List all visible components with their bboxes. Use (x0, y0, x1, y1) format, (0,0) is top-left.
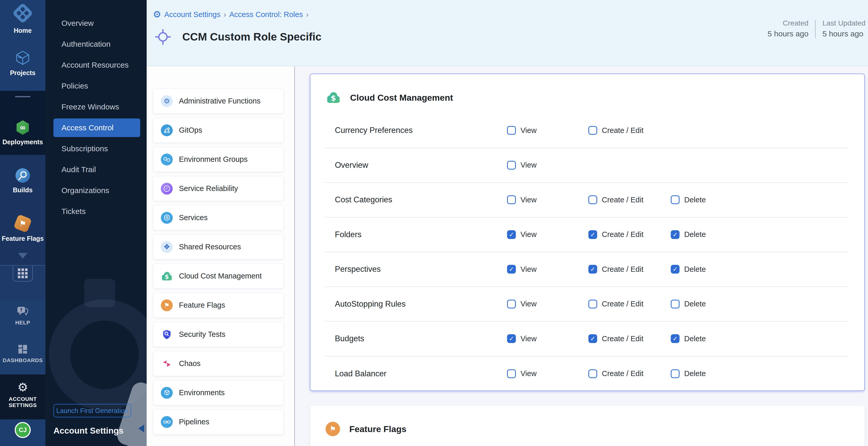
create-edit-checkbox[interactable]: ✓ (588, 369, 597, 378)
delete-checkbox[interactable]: ✓ (671, 230, 680, 239)
sidebar-item-overview[interactable]: Overview (54, 14, 140, 33)
rail-dashboards[interactable]: DASHBOARDS (0, 344, 45, 363)
sidebar-item-freeze-windows[interactable]: Freeze Windows (54, 98, 140, 116)
sidebar-collapse-button[interactable] (138, 424, 144, 432)
resource-name: Perspectives (335, 264, 507, 274)
delete-checkbox[interactable]: ✓ (671, 369, 680, 378)
view-checkbox[interactable]: ✓ (507, 195, 516, 204)
svg-text:?: ? (20, 308, 23, 313)
rail-module-projects[interactable]: Projects (0, 49, 45, 77)
rail-module-home[interactable]: Home (0, 3, 45, 34)
rail-module-builds[interactable]: Builds (0, 167, 45, 194)
view-checkbox[interactable]: ✓ (507, 126, 516, 135)
permission-row-budgets: Budgets ✓View ✓Create / Edit ✓Delete (325, 322, 849, 356)
breadcrumb-account-settings[interactable]: Account Settings (164, 10, 220, 19)
view-checkbox[interactable]: ✓ (507, 300, 516, 309)
module-grid-icon (18, 268, 28, 278)
view-checkbox[interactable]: ✓ (507, 369, 516, 378)
create-edit-checkbox[interactable]: ✓ (588, 230, 597, 239)
group-card-environments[interactable]: Environments (153, 380, 284, 405)
meta-divider (815, 20, 815, 38)
rail-scroll-more[interactable] (0, 253, 45, 259)
group-card-pipelines[interactable]: Pipelines (153, 409, 284, 435)
group-card-cloud-cost-management[interactable]: $ Cloud Cost Management (153, 263, 284, 289)
resource-name: Overview (335, 161, 507, 170)
hexagon-group-icon (161, 154, 173, 165)
feature-flags-icon: ⚑ (0, 215, 45, 232)
rail-account-settings-label: SETTINGS (0, 402, 45, 408)
view-checkbox[interactable]: ✓ (507, 265, 516, 274)
group-label: GitOps (179, 126, 202, 134)
breadcrumb-access-control-roles[interactable]: Access Control: Roles (229, 10, 303, 19)
rail-help[interactable]: ? HELP (0, 305, 45, 326)
rail-module-deployments[interactable]: ∞ Deployments (0, 119, 45, 146)
card-header: $ Cloud Cost Management (310, 74, 864, 113)
sidebar-item-access-control[interactable]: Access Control (54, 119, 140, 137)
group-card-gitops[interactable]: GitOps (153, 118, 284, 143)
sidebar-item-tickets[interactable]: Tickets (54, 202, 140, 221)
rail-module-feature-flags[interactable]: ⚑ Feature Flags (0, 215, 45, 242)
group-card-services[interactable]: Services (153, 205, 284, 230)
help-chat-icon: ? (0, 305, 45, 317)
sidebar-item-policies[interactable]: Policies (54, 77, 140, 95)
sidebar-item-organizations[interactable]: Organizations (54, 181, 140, 200)
permission-row-load-balancer: Load Balancer ✓View ✓Create / Edit ✓Dele… (325, 356, 849, 391)
check-icon: ✓ (673, 336, 678, 342)
delete-checkbox[interactable]: ✓ (671, 195, 680, 204)
permission-label: View (521, 265, 536, 274)
launch-first-generation-button[interactable]: Launch First Generation (54, 404, 131, 417)
git-branch-icon (161, 124, 173, 136)
delete-checkbox[interactable]: ✓ (671, 334, 680, 343)
create-edit-checkbox[interactable]: ✓ (588, 300, 597, 309)
module-rail: Home Projects ∞ Deployments Builds ⚑ (0, 0, 45, 446)
group-card-feature-flags[interactable]: ⚑ Feature Flags (153, 293, 284, 318)
resource-name: Budgets (335, 334, 507, 343)
permission-row-cost-categories: Cost Categories ✓View ✓Create / Edit ✓De… (325, 183, 849, 218)
group-label: Pipelines (179, 418, 209, 426)
group-card-security-tests[interactable]: Security Tests (153, 322, 284, 347)
permission-label: View (521, 161, 536, 169)
create-edit-checkbox[interactable]: ✓ (588, 126, 597, 135)
hexagon-nut-icon (161, 212, 173, 224)
resource-name: Currency Preferences (335, 126, 507, 135)
group-card-administrative-functions[interactable]: ⚙ Administrative Functions (153, 89, 284, 114)
rail-divider (15, 96, 30, 97)
group-card-shared-resources[interactable]: ❖ Shared Resources (153, 234, 284, 259)
content-area: ⚙ Administrative Functions GitOps Enviro… (147, 66, 868, 446)
permission-label: Delete (684, 196, 706, 204)
module-grid-button[interactable] (13, 265, 33, 282)
gear-icon: ⚙ (153, 10, 161, 19)
sidebar-item-audit-trail[interactable]: Audit Trail (54, 160, 140, 179)
create-edit-checkbox[interactable]: ✓ (588, 334, 597, 343)
dashboards-grid-icon (0, 344, 45, 355)
create-edit-checkbox[interactable]: ✓ (588, 195, 597, 204)
create-edit-checkbox[interactable]: ✓ (588, 265, 597, 274)
section-title: Cloud Cost Management (350, 93, 453, 103)
permission-label: View (521, 126, 536, 135)
rail-user-avatar[interactable]: CJ (0, 422, 45, 438)
view-checkbox[interactable]: ✓ (507, 230, 516, 239)
delete-checkbox[interactable]: ✓ (671, 300, 680, 309)
group-card-chaos[interactable]: Chaos (153, 351, 284, 376)
resource-name: Folders (335, 230, 507, 239)
check-icon: ✓ (509, 266, 514, 272)
chaos-arrows-icon (161, 358, 173, 370)
title-row: CCM Custom Role Specific (155, 29, 321, 45)
group-card-environment-groups[interactable]: Environment Groups (153, 147, 284, 172)
card-header: ⚑ Feature Flags (310, 406, 865, 445)
permission-label: View (521, 334, 536, 343)
rail-account-settings[interactable]: ⚙ ACCOUNT SETTINGS (0, 380, 45, 408)
permission-row-perspectives: Perspectives ✓View ✓Create / Edit ✓Delet… (325, 252, 849, 287)
delete-checkbox[interactable]: ✓ (671, 265, 680, 274)
sidebar-item-subscriptions[interactable]: Subscriptions (54, 139, 140, 158)
check-icon: ✓ (509, 231, 514, 238)
permission-label: Delete (684, 300, 706, 308)
cube-icon (0, 49, 45, 66)
sidebar-item-authentication[interactable]: Authentication (54, 35, 140, 54)
group-card-service-reliability[interactable]: ✓ Service Reliability (153, 176, 284, 201)
created-label: Created (783, 19, 809, 27)
view-checkbox[interactable]: ✓ (507, 161, 516, 169)
sidebar-item-account-resources[interactable]: Account Resources (54, 56, 140, 74)
view-checkbox[interactable]: ✓ (507, 334, 516, 343)
group-label: Services (179, 214, 208, 222)
